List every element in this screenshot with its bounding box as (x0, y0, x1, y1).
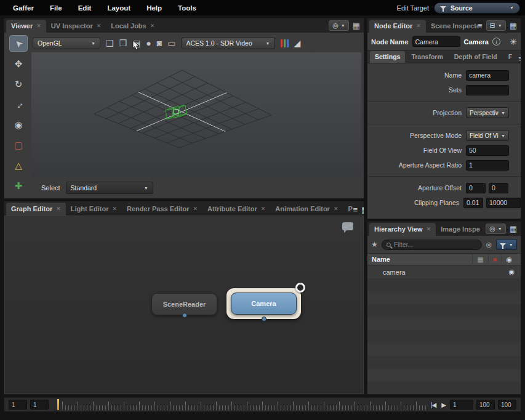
range-end-field[interactable] (476, 400, 495, 410)
tab-hierarchy-view[interactable]: Hierarchy View ✕ (369, 223, 436, 236)
perspective-mode-dropdown[interactable]: Field Of View ▼ (466, 130, 509, 141)
close-icon[interactable]: ✕ (416, 23, 421, 29)
tab-settings[interactable]: Settings (370, 51, 405, 63)
tab-primitive-inspector[interactable]: Prim (343, 203, 353, 216)
column-name-header[interactable]: Name (372, 256, 390, 263)
exposure-gamma-icon[interactable]: ◢ (294, 38, 301, 48)
visibility-eye-icon[interactable]: ◉ (501, 253, 516, 265)
layout-grid-icon[interactable]: ▦ (361, 206, 364, 214)
aperture-offset-x-field[interactable] (466, 183, 486, 193)
filter-searchbox[interactable] (382, 240, 482, 250)
filter-input[interactable] (394, 241, 477, 248)
field-of-view-field[interactable] (466, 145, 509, 156)
node-graph-canvas[interactable]: SceneReader Camera (5, 216, 363, 394)
menu-file[interactable]: File (42, 4, 70, 12)
annotation-bubble-icon[interactable] (342, 222, 353, 230)
node-scenereader[interactable]: SceneReader (151, 293, 217, 315)
editor-focus-menu-button[interactable]: ◎ ▼ (329, 20, 349, 31)
tab-viewer[interactable]: Viewer ✕ (6, 20, 46, 33)
filter-menu-button[interactable]: ▼ (496, 239, 517, 250)
playhead-marker[interactable] (57, 399, 59, 410)
layout-grid-icon[interactable]: ▦ (510, 225, 517, 233)
start-frame-field[interactable] (9, 400, 27, 410)
menu-gaffer[interactable]: Gaffer (5, 4, 42, 12)
play-button[interactable]: ▶ (440, 402, 447, 408)
tab-render-pass-editor[interactable]: Render Pass Editor ✕ (122, 203, 202, 216)
tab-image-inspector[interactable]: Image Inspe (436, 223, 485, 236)
menu-tools[interactable]: Tools (170, 4, 204, 12)
layout-grid-icon[interactable]: ▦ (510, 22, 517, 30)
close-icon[interactable]: ✕ (113, 206, 118, 212)
tab-local-jobs[interactable]: Local Jobs ✕ (106, 20, 159, 33)
node-camera-selection[interactable]: Camera (226, 288, 301, 319)
projection-dropdown[interactable]: Perspective ▼ (466, 107, 509, 118)
close-icon[interactable]: ✕ (334, 206, 339, 212)
close-icon[interactable]: ✕ (261, 206, 266, 212)
textured-draw-mode-icon[interactable]: ▤ (132, 39, 140, 47)
scale-tool-button[interactable]: ↔ (9, 96, 28, 113)
current-frame-field[interactable] (450, 400, 473, 410)
tab-list-icon[interactable]: ≡ (518, 55, 521, 63)
tab-uv-inspector[interactable]: UV Inspector ✕ (46, 20, 106, 33)
crop-window-tool-button[interactable]: ▢ (9, 137, 28, 153)
viewport-3d[interactable] (31, 52, 361, 177)
gear-icon[interactable]: ✳ (510, 37, 517, 47)
menu-edit[interactable]: Edit (70, 4, 100, 12)
clipping-far-field[interactable] (486, 198, 521, 208)
menu-help[interactable]: Help (138, 4, 170, 12)
camera-tool-button[interactable]: ◉ (9, 116, 28, 133)
skip-to-start-button[interactable]: |◀ (430, 402, 437, 408)
rotate-tool-button[interactable]: ↻ (9, 76, 28, 92)
tab-attribute-editor[interactable]: Attribute Editor ✕ (202, 203, 270, 216)
tab-node-editor[interactable]: Node Editor ✕ (369, 20, 426, 33)
node-camera[interactable]: Camera (231, 293, 297, 315)
aperture-offset-y-field[interactable] (489, 183, 508, 193)
editor-focus-menu-button[interactable]: ◎ ▼ (486, 224, 506, 234)
tab-light-editor[interactable]: Light Editor ✕ (66, 203, 122, 216)
shaded-draw-mode-icon[interactable]: ❑ (106, 39, 114, 47)
node-set-menu-button[interactable]: ⊟ ▼ (486, 20, 506, 31)
close-icon[interactable]: ✕ (56, 206, 61, 212)
translate-tool-button[interactable]: ✥ (9, 55, 28, 72)
hierarchy-row-camera[interactable]: camera ◉ (367, 265, 521, 278)
info-icon[interactable]: i (492, 38, 500, 46)
tab-list-icon[interactable]: ≡ (478, 22, 483, 30)
look-through-camera-icon[interactable]: ◙ (157, 39, 162, 47)
tab-graph-editor[interactable]: Graph Editor ✕ (6, 203, 66, 216)
end-frame-field[interactable] (498, 400, 516, 410)
tab-list-icon[interactable]: ≡ (353, 206, 358, 214)
shading-mode-icon[interactable]: ● (146, 39, 151, 47)
transform-axes-tool-button[interactable]: ✚ (9, 177, 28, 194)
channel-select-icon[interactable] (281, 39, 289, 47)
clear-filter-icon[interactable]: ⊗ (486, 240, 492, 249)
visibility-eye-icon[interactable]: ◉ (508, 268, 516, 276)
close-icon[interactable]: ✕ (36, 23, 41, 29)
frame-ruler[interactable] (62, 398, 427, 410)
name-field[interactable] (466, 70, 509, 81)
scene-out-port[interactable] (182, 313, 187, 318)
aperture-aspect-ratio-field[interactable] (466, 160, 509, 171)
scene-out-port[interactable] (262, 317, 267, 321)
tab-scene-inspector[interactable]: Scene Inspecto (426, 20, 478, 33)
select-mode-dropdown[interactable]: Standard ▼ (66, 182, 153, 194)
tab-animation-editor[interactable]: Animation Editor ✕ (270, 203, 343, 216)
column-render-icon[interactable]: ■ (488, 253, 502, 265)
tab-transform[interactable]: Transform (406, 51, 447, 63)
layout-grid-icon[interactable]: ▦ (353, 22, 360, 30)
node-name-input[interactable] (412, 36, 460, 47)
menu-layout[interactable]: Layout (99, 4, 138, 12)
bookmark-star-icon[interactable]: ★ (371, 240, 378, 249)
edit-target-dropdown[interactable]: Source ▼ (434, 2, 520, 14)
tab-depth-of-field[interactable]: Depth of Field (449, 51, 502, 63)
display-transform-dropdown[interactable]: ACES 1.0 - SDR Video ▼ (182, 37, 275, 49)
close-icon[interactable]: ✕ (150, 23, 155, 29)
node-handle-icon[interactable] (295, 283, 305, 293)
range-start-field[interactable] (30, 400, 49, 410)
close-icon[interactable]: ✕ (97, 23, 102, 29)
column-type-icon[interactable]: ▦ (472, 253, 487, 265)
select-tool-button[interactable]: ➤ (9, 35, 28, 52)
tab-truncated[interactable]: F (503, 51, 517, 63)
renderer-dropdown[interactable]: OpenGL ▼ (33, 37, 100, 49)
sets-field[interactable] (466, 85, 509, 95)
light-tool-button[interactable]: △ (9, 157, 28, 174)
